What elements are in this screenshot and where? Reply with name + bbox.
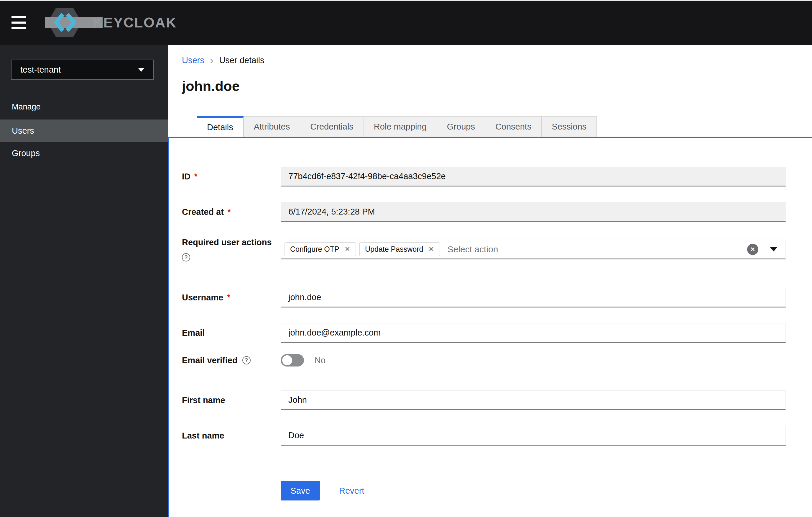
tab-consents[interactable]: Consents xyxy=(485,116,542,137)
realm-selector-value: test-tenant xyxy=(20,65,61,75)
form-actions-row: Save Revert xyxy=(182,481,786,500)
chip-close-icon[interactable]: ✕ xyxy=(345,245,350,253)
save-button[interactable]: Save xyxy=(281,481,320,500)
email-field[interactable] xyxy=(281,323,786,343)
toggle-knob xyxy=(282,355,292,365)
tab-groups[interactable]: Groups xyxy=(437,116,485,137)
email-label: Email xyxy=(182,328,281,338)
chevron-down-icon xyxy=(138,68,144,72)
details-form: ID * Created at * Requ xyxy=(168,137,812,517)
form-row-id: ID * xyxy=(182,167,786,187)
realm-selector[interactable]: test-tenant xyxy=(11,60,154,80)
breadcrumb-chevron-icon: › xyxy=(210,55,213,66)
page-header: Users › User details john.doe xyxy=(168,45,812,94)
email-verified-toggle[interactable] xyxy=(281,354,304,366)
help-icon[interactable]: ? xyxy=(242,356,251,364)
chevron-down-icon[interactable] xyxy=(770,247,777,251)
email-verified-state: No xyxy=(315,356,325,365)
form-row-email: Email xyxy=(182,323,786,343)
sidebar: test-tenant Manage Users Groups xyxy=(0,45,168,517)
first-name-label: First name xyxy=(182,396,281,405)
hamburger-menu-icon[interactable] xyxy=(11,16,26,29)
created-at-field xyxy=(281,202,786,222)
id-field xyxy=(281,167,786,187)
help-icon[interactable]: ? xyxy=(182,253,190,262)
breadcrumb-users-link[interactable]: Users xyxy=(182,55,204,65)
form-row-first-name: First name xyxy=(182,390,786,410)
required-marker: * xyxy=(227,293,230,302)
required-marker: * xyxy=(194,172,198,181)
keycloak-admin-screen: KEYCLOAK test-tenant Manage Users Groups… xyxy=(0,0,812,517)
sidebar-item-users[interactable]: Users xyxy=(0,119,168,142)
form-row-last-name: Last name xyxy=(182,426,786,445)
revert-button[interactable]: Revert xyxy=(339,486,364,496)
tab-attributes[interactable]: Attributes xyxy=(243,116,300,137)
masthead: KEYCLOAK xyxy=(0,0,812,45)
realm-selector-block: test-tenant xyxy=(0,45,168,90)
chip-configure-otp: Configure OTP ✕ xyxy=(285,242,356,256)
form-row-required-user-actions: Required user actions ? Configure OTP ✕ … xyxy=(182,238,786,262)
tab-credentials[interactable]: Credentials xyxy=(300,116,364,137)
email-verified-label: Email verified ? xyxy=(182,356,281,365)
required-marker: * xyxy=(228,208,231,217)
username-field[interactable] xyxy=(281,288,786,307)
form-row-username: Username * xyxy=(182,288,786,307)
page-title: john.doe xyxy=(182,79,812,94)
clear-all-icon[interactable]: ✕ xyxy=(747,244,758,255)
id-label: ID * xyxy=(182,172,281,182)
chip-close-icon[interactable]: ✕ xyxy=(428,245,434,253)
tab-role-mapping[interactable]: Role mapping xyxy=(364,116,437,137)
sidebar-nav: Users Groups xyxy=(0,119,168,164)
last-name-field[interactable] xyxy=(281,426,786,445)
nav-section-label: Manage xyxy=(12,102,168,112)
form-row-created-at: Created at * xyxy=(182,202,786,222)
username-label: Username * xyxy=(182,293,281,302)
brand-text: KEYCLOAK xyxy=(93,15,177,31)
keycloak-logo[interactable]: KEYCLOAK xyxy=(41,7,177,38)
chip-update-password: Update Password ✕ xyxy=(359,242,440,256)
last-name-label: Last name xyxy=(182,431,281,441)
first-name-field[interactable] xyxy=(281,390,786,410)
required-user-actions-label: Required user actions ? xyxy=(182,238,281,262)
tab-details[interactable]: Details xyxy=(197,116,243,137)
tab-strip: Details Attributes Credentials Role mapp… xyxy=(168,116,812,137)
breadcrumb-current: User details xyxy=(219,55,264,65)
sidebar-item-groups[interactable]: Groups xyxy=(0,142,168,164)
required-user-actions-multiselect[interactable]: Configure OTP ✕ Update Password ✕ Select… xyxy=(281,240,786,260)
breadcrumb: Users › User details xyxy=(182,55,812,65)
created-at-label: Created at * xyxy=(182,207,281,217)
multiselect-placeholder: Select action xyxy=(447,244,498,254)
form-row-email-verified: Email verified ? No xyxy=(182,354,786,366)
tab-sessions[interactable]: Sessions xyxy=(541,116,597,137)
main-content: Users › User details john.doe Details At… xyxy=(168,45,812,517)
